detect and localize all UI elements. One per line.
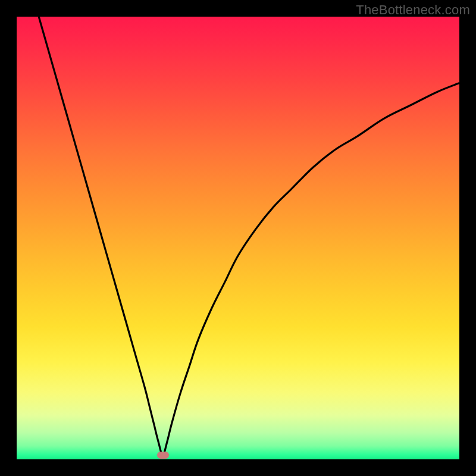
watermark-text: TheBottleneck.com — [356, 2, 470, 18]
min-point-marker — [157, 452, 169, 459]
plot-area — [17, 17, 459, 459]
chart-frame: TheBottleneck.com — [0, 0, 476, 476]
bottleneck-curve — [17, 17, 459, 459]
